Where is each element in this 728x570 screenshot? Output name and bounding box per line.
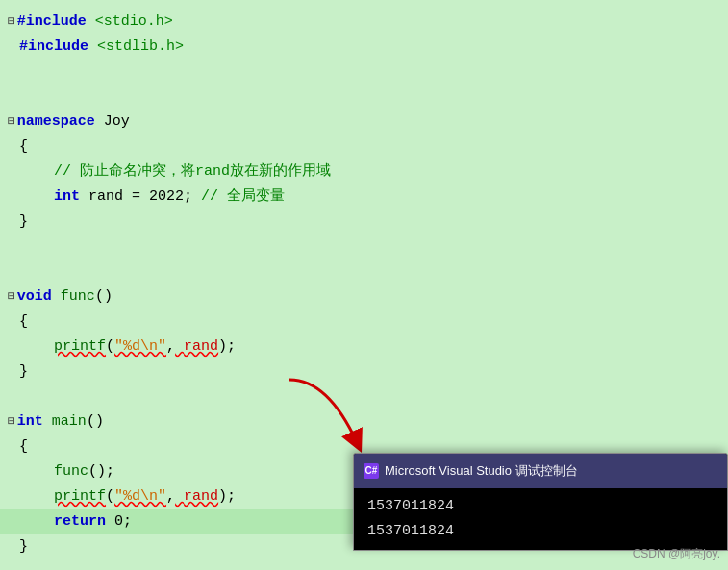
watermark: CSDN @阿亮joy. bbox=[633, 541, 720, 566]
directive: #include bbox=[19, 35, 88, 60]
func-main: main bbox=[52, 409, 87, 434]
keyword-int: int bbox=[17, 409, 43, 434]
comment: // 防止命名冲突，将rand放在新的作用域 bbox=[19, 160, 331, 185]
debug-output-line-1: 1537011824 bbox=[367, 494, 714, 519]
func-name: func bbox=[61, 285, 95, 310]
include-text: <stdio.h> bbox=[95, 10, 173, 35]
namespace-name: Joy bbox=[104, 110, 130, 135]
directive: #include bbox=[17, 10, 87, 35]
fold-marker[interactable]: ⊟ bbox=[8, 110, 15, 135]
brace: } bbox=[19, 210, 28, 235]
debug-panel-title: Microsoft Visual Studio 调试控制台 bbox=[385, 458, 578, 483]
code-line: ⊟int main() bbox=[0, 409, 728, 434]
func-call-printf: printf bbox=[54, 484, 106, 509]
var-rand-2: rand bbox=[184, 484, 218, 509]
code-line: #include <stdlib.h> bbox=[0, 35, 728, 60]
fold-marker[interactable]: ⊟ bbox=[8, 10, 15, 35]
code-line: { bbox=[0, 135, 728, 160]
brace: { bbox=[19, 135, 28, 160]
func-call-func: func bbox=[54, 459, 88, 484]
code-line: ⊟namespace Joy bbox=[0, 110, 728, 135]
include-text: <stdlib.h> bbox=[97, 35, 184, 60]
brace: { bbox=[19, 310, 28, 335]
fold-marker[interactable]: ⊟ bbox=[8, 409, 15, 434]
code-line: ⊟#include <stdio.h> bbox=[0, 10, 728, 35]
code-line: printf("%d\n", rand); bbox=[0, 335, 728, 359]
var-rand: rand bbox=[184, 335, 218, 359]
keyword-void: void bbox=[17, 285, 52, 310]
blank-line bbox=[0, 60, 728, 85]
code-line: } bbox=[0, 210, 728, 235]
code-line: ⊟void func() bbox=[0, 285, 728, 310]
number: 2022 bbox=[149, 185, 184, 210]
brace: } bbox=[19, 534, 28, 559]
blank-line bbox=[0, 384, 728, 409]
brace: { bbox=[19, 434, 28, 459]
string-2: "%d\n" bbox=[114, 484, 166, 509]
keyword-int: int bbox=[54, 185, 80, 210]
code-editor: ⊟#include <stdio.h> #include <stdlib.h> … bbox=[0, 0, 728, 570]
fold-marker[interactable]: ⊟ bbox=[8, 285, 15, 310]
code-line: { bbox=[0, 310, 728, 335]
comment: // 全局变量 bbox=[201, 185, 285, 210]
var: rand bbox=[88, 185, 123, 210]
brace: } bbox=[19, 359, 28, 384]
string: "%d\n" bbox=[114, 335, 166, 359]
code-line: int rand = 2022; // 全局变量 bbox=[0, 185, 728, 210]
code-line: } bbox=[0, 359, 728, 384]
blank-line bbox=[0, 85, 728, 110]
code-line: // 防止命名冲突，将rand放在新的作用域 bbox=[0, 160, 728, 185]
blank-line bbox=[0, 235, 728, 260]
debug-panel-header: C# Microsoft Visual Studio 调试控制台 bbox=[354, 454, 727, 488]
debug-panel: C# Microsoft Visual Studio 调试控制台 1537011… bbox=[353, 453, 728, 551]
func-call: printf bbox=[54, 335, 106, 359]
namespace-keyword: namespace bbox=[17, 110, 95, 135]
vs-icon: C# bbox=[364, 463, 379, 479]
blank-line bbox=[0, 260, 728, 285]
keyword-return: return bbox=[54, 509, 106, 534]
